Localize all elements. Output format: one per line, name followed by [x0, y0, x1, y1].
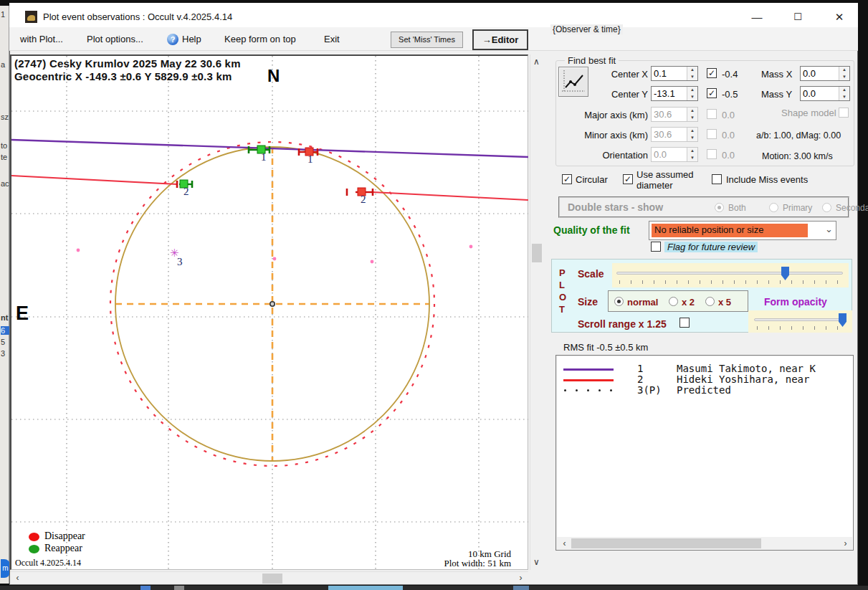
scale-slider-thumb[interactable]	[781, 267, 789, 280]
scale-slider[interactable]	[612, 263, 849, 287]
chart-icon	[559, 67, 588, 96]
size-normal-radio[interactable]	[614, 297, 624, 306]
opacity-slider[interactable]	[748, 310, 852, 333]
taskbar-icon[interactable]	[140, 586, 151, 590]
minimize-button[interactable]: —	[747, 9, 767, 26]
major-axis-spinner: ▲▼	[687, 108, 697, 121]
center-y-checkbox[interactable]	[707, 88, 717, 98]
plot-area[interactable]: (2747) Cesky Krumlov 2025 May 22 30.6 km…	[10, 54, 528, 570]
include-miss-checkbox[interactable]	[712, 174, 722, 184]
set-miss-times-button[interactable]: Set 'Miss' Times	[391, 32, 463, 48]
size-x2-radio[interactable]	[669, 297, 678, 306]
rms-fit-label: RMS fit -0.5 ±0.5 km	[563, 342, 648, 353]
grid-lines	[11, 56, 528, 570]
chord2-reappear-label: 2	[183, 186, 189, 198]
scroll-range-checkbox[interactable]	[679, 318, 690, 328]
mass-y-input[interactable]: 0.0 ▲▼	[800, 86, 850, 101]
center-y-input[interactable]: -13.1 ▲▼	[651, 86, 698, 101]
major-axis-value: 30.6	[654, 109, 672, 120]
minor-axis-input: 30.6 ▲▼	[651, 127, 698, 142]
major-axis-checkbox	[707, 109, 717, 119]
bg-fragment: ac	[1, 179, 9, 188]
maximize-button[interactable]: ☐	[788, 9, 808, 26]
plot-letter-p: P	[559, 267, 566, 278]
orientation-label: Orientation	[566, 150, 648, 161]
legend-scroll-left-icon[interactable]: ‹	[558, 538, 571, 550]
taskbar-icon[interactable]	[174, 586, 184, 590]
scale-slider-track[interactable]	[616, 272, 843, 275]
plot-horizontal-scrollbar[interactable]: ‹ ›	[10, 571, 528, 584]
mass-x-input[interactable]: 0.0 ▲▼	[800, 66, 850, 81]
orientation-value: 0.0	[654, 149, 667, 160]
close-button[interactable]: ✕	[829, 9, 849, 26]
mass-y-spinner[interactable]: ▲▼	[839, 87, 849, 100]
scroll-range-label: Scroll range x 1.25	[578, 318, 667, 330]
scroll-down-icon[interactable]: ∨	[530, 556, 543, 568]
mass-y-value: 0.0	[803, 88, 816, 99]
taskbar-strip	[0, 586, 868, 590]
fit-plot-button[interactable]	[558, 67, 588, 97]
help-icon[interactable]: ?	[167, 34, 178, 45]
bg-fragment: te	[1, 153, 9, 161]
editor-button[interactable]: →Editor	[472, 29, 528, 50]
legend-line-1	[563, 368, 614, 371]
center-x-input[interactable]: 0.1 ▲▼	[651, 66, 698, 81]
major-axis-input: 30.6 ▲▼	[651, 107, 698, 122]
size-x5-label: x 5	[718, 297, 731, 308]
center-x-spinner[interactable]: ▲▼	[687, 67, 697, 80]
taskbar-icon[interactable]	[513, 586, 529, 590]
vertical-scroll-thumb[interactable]	[532, 244, 542, 262]
use-assumed-label-1: Use assumed	[636, 169, 693, 180]
fit-center-marker	[270, 302, 275, 306]
size-x2-label: x 2	[682, 297, 695, 308]
observer-time-label: {Observer & time}	[550, 24, 623, 34]
scroll-left-icon[interactable]: ‹	[11, 572, 24, 584]
scroll-right-icon[interactable]: ›	[515, 572, 527, 584]
size-label: Size	[578, 296, 598, 308]
bg-fragment: to	[1, 141, 9, 150]
menu-with-plot[interactable]: with Plot...	[20, 34, 63, 44]
plot-letter-t: T	[559, 304, 565, 315]
plot-vertical-scrollbar[interactable]: ∧ ∨	[530, 54, 543, 570]
center-x-residual: -0.4	[722, 69, 738, 80]
mass-y-label: Mass Y	[761, 89, 792, 100]
opacity-slider-track[interactable]	[754, 318, 846, 321]
center-x-checkbox[interactable]	[707, 68, 717, 78]
chord-2-line-right	[373, 192, 528, 200]
legend-scroll-right-icon[interactable]: ›	[839, 538, 852, 550]
scroll-up-icon[interactable]: ∧	[530, 56, 543, 68]
taskbar-icon[interactable]	[328, 586, 403, 590]
legend-scrollbar[interactable]: ‹ ›	[557, 537, 852, 550]
size-x5-radio[interactable]	[705, 297, 715, 306]
center-y-spinner[interactable]: ▲▼	[687, 87, 697, 100]
menu-help[interactable]: Help	[182, 34, 201, 44]
double-stars-primary-label: Primary	[783, 203, 812, 213]
mass-x-spinner[interactable]: ▲▼	[839, 67, 849, 80]
orientation-input: 0.0 ▲▼	[651, 147, 698, 162]
flag-review-checkbox[interactable]	[651, 242, 661, 252]
size-normal-label: normal	[627, 297, 658, 308]
minor-axis-checkbox	[707, 129, 717, 139]
legend-name-1: Masumi Takimoto, near K	[677, 363, 816, 374]
title-bar[interactable]: Plot event observations : Occult v.4.202…	[9, 3, 858, 27]
chevron-down-icon[interactable]: ⌄	[825, 224, 833, 234]
menu-plot-options[interactable]: Plot options...	[87, 34, 143, 44]
quality-combobox[interactable]: No reliable position or size ⌄	[649, 221, 836, 240]
legend-scroll-thumb[interactable]	[571, 538, 761, 548]
bg-fragment: a	[1, 60, 9, 69]
opacity-slider-ticks	[757, 326, 844, 330]
menu-keep-on-top[interactable]: Keep form on top	[224, 34, 296, 44]
circular-checkbox[interactable]	[562, 174, 572, 184]
horizontal-scroll-thumb[interactable]	[262, 574, 282, 584]
orientation-checkbox	[707, 149, 717, 159]
use-assumed-checkbox[interactable]	[623, 174, 633, 184]
minor-axis-residual: 0.0	[722, 130, 735, 141]
menu-exit[interactable]: Exit	[324, 34, 340, 44]
opacity-slider-thumb[interactable]	[839, 313, 846, 327]
observer-legend-list[interactable]: 1 Masumi Takimoto, near K 2 Hideki Yoshi…	[555, 355, 854, 551]
background-window-sliver: 1 a sz to te ac nt 6 5 3 m	[0, 6, 9, 584]
bg-fragment: 3	[1, 349, 9, 358]
circular-label: Circular	[576, 174, 608, 185]
disappear-dot	[29, 533, 39, 541]
motion-label: Motion: 3.00 km/s	[762, 151, 833, 161]
